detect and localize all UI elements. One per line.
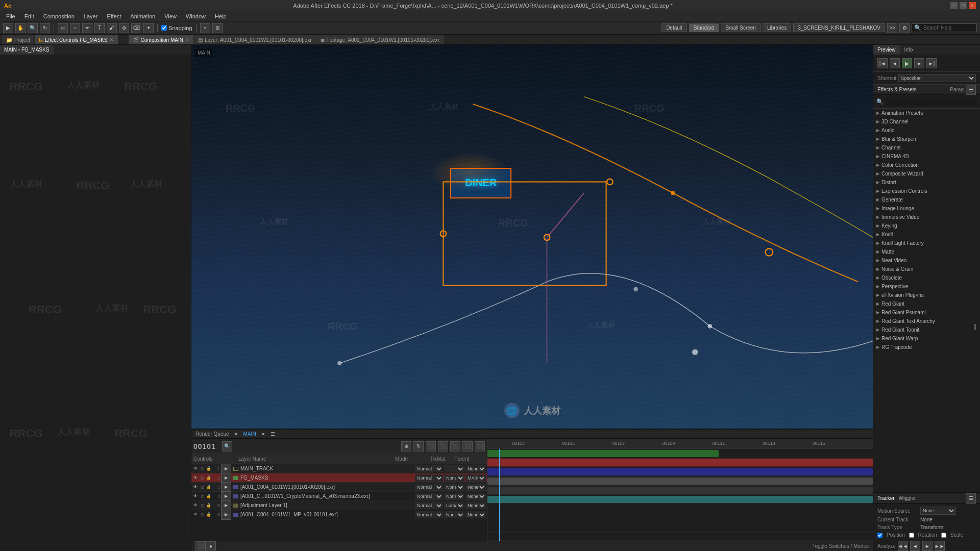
tab-composition-main[interactable]: 🎬 Composition MAIN ✕ [129, 35, 193, 44]
fx-cat-matte[interactable]: ▶ Matte [873, 247, 980, 256]
effects-presets-extra-tab[interactable]: Parag [950, 87, 964, 92]
layer-2-solo[interactable]: ◎ [199, 475, 205, 481]
workspace-small-screen[interactable]: Small Screen [721, 23, 760, 32]
fx-cat-red-giant-psunami[interactable]: ▶ Red Giant Psunami [873, 308, 980, 317]
layer-tool-2[interactable]: ↻ [413, 441, 424, 452]
tool-select[interactable]: ▶ [3, 23, 13, 33]
layer-5-mode[interactable]: Normal [415, 502, 443, 509]
layer-tool-1[interactable]: ⊕ [401, 441, 411, 452]
layer-2-visibility[interactable]: 👁 [192, 475, 199, 481]
tool-paint[interactable]: 🖌 [107, 23, 117, 33]
tracker-scale-checkbox[interactable] [941, 533, 946, 538]
tracker-analyze-l[interactable]: ◄ [910, 541, 920, 551]
layer-3-name[interactable]: [A001_C004_0101W1.[00101-00200].exr] [240, 484, 414, 490]
layer-3-solo[interactable]: ◎ [199, 484, 205, 490]
clip-3[interactable] [487, 468, 873, 475]
tool-extra1[interactable]: ⌖ [200, 23, 210, 33]
fx-cat-blur-sharpen[interactable]: ▶ Blur & Sharpen [873, 135, 980, 143]
fx-cat-channel[interactable]: ▶ Channel [873, 143, 980, 152]
layer-3-visibility[interactable]: 👁 [192, 484, 199, 490]
clip-2[interactable] [487, 459, 873, 466]
fx-search-input[interactable] [886, 97, 977, 106]
tab-footage[interactable]: ◼ Footage: A001_C004_0101W1.[00101-00200… [316, 35, 444, 44]
preview-forward[interactable]: ► [914, 58, 924, 68]
layer-1-tkm[interactable] [444, 465, 464, 472]
fx-cat-keying[interactable]: ▶ Keying [873, 221, 980, 230]
layer-5-tkm[interactable]: Luma [444, 502, 464, 509]
layer-3-lock[interactable]: 🔒 [206, 484, 212, 490]
layer-1-lock[interactable]: 🔒 [206, 466, 212, 472]
layer-tool-3[interactable]: ⬛ [426, 441, 436, 452]
layer-2-mode[interactable]: Normal [415, 474, 443, 482]
timeline-tab-close[interactable]: ✕ [233, 431, 239, 437]
menu-view[interactable]: View [160, 12, 181, 20]
fx-cat-image-lounge[interactable]: ▶ Image Lounge [873, 204, 980, 213]
layer-1-expand[interactable]: ▶ [221, 464, 231, 474]
layer-4-lock[interactable]: 🔒 [206, 493, 212, 499]
current-time-display[interactable]: 00101 [193, 442, 216, 450]
preview-end[interactable]: ►| [926, 58, 937, 68]
tab-project[interactable]: 📁 Project [2, 35, 34, 44]
layer-4-solo[interactable]: ◎ [199, 493, 205, 499]
tool-clone[interactable]: ⊕ [119, 23, 129, 33]
layer-2-parent[interactable]: MAIN_TR... [465, 474, 486, 482]
layer-1-solo[interactable]: ◎ [199, 466, 205, 472]
fx-cat-noise-grain[interactable]: ▶ Noise & Grain [873, 265, 980, 273]
timeline-tab-more[interactable]: ☰ [271, 431, 275, 437]
workspace-settings[interactable]: ⚙ [899, 23, 910, 33]
layer-5-name[interactable]: [Adjustment Layer 1] [240, 503, 414, 508]
close-button[interactable]: ✕ [969, 2, 976, 9]
workspace-libraries[interactable]: Libraries [763, 23, 791, 32]
layer-3-mode[interactable]: Normal [415, 484, 443, 491]
tool-extra2[interactable]: ⊞ [212, 23, 223, 33]
menu-composition[interactable]: Composition [39, 12, 79, 20]
fx-cat-knoll-light-factory[interactable]: ▶ Knoll Light Factory [873, 239, 980, 247]
layer-5-lock[interactable]: 🔒 [206, 503, 212, 509]
fx-cat-obsolete[interactable]: ▶ Obsolete [873, 273, 980, 282]
tool-hand[interactable]: ✋ [15, 23, 26, 33]
tracker-rotation-checkbox[interactable] [909, 533, 914, 538]
menu-edit[interactable]: Edit [20, 12, 38, 20]
layer-6-expand[interactable]: ▶ [221, 510, 231, 520]
layer-1-parent[interactable]: None [465, 465, 486, 472]
clip-5[interactable] [487, 487, 873, 494]
layer-3-expand[interactable]: ▶ [221, 482, 231, 492]
shortcut-select[interactable]: Spacebar [898, 74, 976, 82]
tracker-analyze-r[interactable]: ► [922, 541, 933, 551]
preview-play[interactable]: ▶ [902, 58, 912, 68]
menu-layer[interactable]: Layer [80, 12, 102, 20]
preview-start[interactable]: |◄ [877, 58, 888, 68]
layer-4-name[interactable]: [A001_C...0101W1_CryptoMaterial_A_v03.ma… [240, 493, 414, 499]
fx-cat-efxvision[interactable]: ▶ eFXvision Plug-ins [873, 291, 980, 299]
snapping-toggle[interactable]: Snapping [161, 25, 192, 31]
fx-cat-distort[interactable]: ▶ Distort [873, 178, 980, 187]
fx-cat-audio[interactable]: ▶ Audio [873, 126, 980, 135]
layer-6-visibility[interactable]: 👁 [192, 512, 199, 518]
layer-2-lock[interactable]: 🔒 [206, 475, 212, 481]
toggle-label[interactable]: Toggle Switches / Modes [812, 543, 869, 549]
layer-4-visibility[interactable]: 👁 [192, 493, 199, 499]
tool-eraser[interactable]: ⌫ [131, 23, 141, 33]
layer-search-btn[interactable]: 🔍 [222, 441, 232, 452]
tool-pen[interactable]: ✒ [82, 23, 92, 33]
fx-cat-red-giant[interactable]: ▶ Red Giant [873, 299, 980, 308]
timeline-main-close[interactable]: ✕ [260, 431, 266, 437]
tool-text[interactable]: T [94, 23, 105, 33]
tracker-tab-tracker[interactable]: Tracker [877, 495, 895, 501]
menu-file[interactable]: File [2, 12, 19, 20]
tracker-tab-wiggler[interactable]: Wiggler [899, 495, 916, 501]
tool-ellipse[interactable]: ○ [70, 23, 80, 33]
layer-1-visibility[interactable]: 👁 [192, 466, 199, 472]
tool-rect[interactable]: ▭ [58, 23, 68, 33]
right-resize-handle[interactable]: ▌ [972, 102, 980, 551]
maximize-button[interactable]: □ [960, 2, 967, 9]
fx-cat-animation-presets[interactable]: ▶ Animation Presets [873, 109, 980, 117]
layer-4-expand[interactable]: ▶ [221, 491, 231, 502]
tool-rotate[interactable]: ↻ [40, 23, 50, 33]
minimize-button[interactable]: — [950, 2, 958, 9]
layer-tool-4[interactable]: ⬛ [438, 441, 448, 452]
snapping-checkbox[interactable] [161, 25, 167, 31]
layer-6-mode[interactable]: Normal [415, 511, 443, 518]
clip-1[interactable] [487, 450, 719, 457]
layer-1-mode[interactable]: Normal [415, 465, 443, 472]
